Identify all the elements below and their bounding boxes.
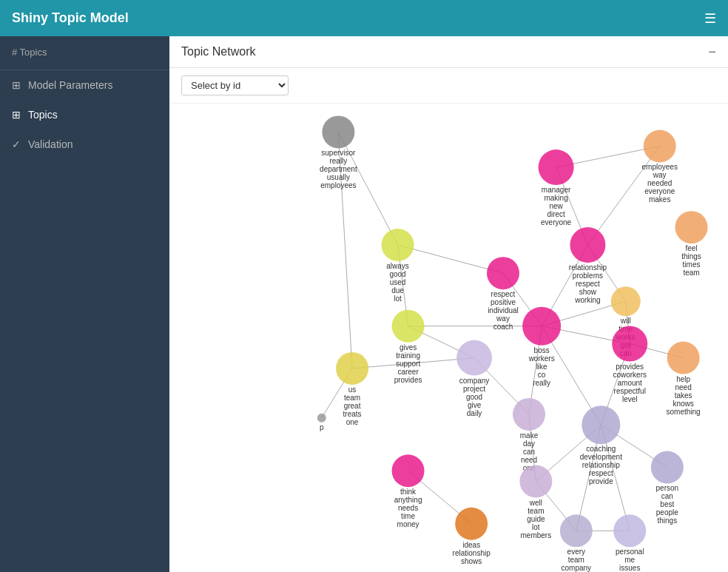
svg-text:company: company bbox=[459, 377, 490, 385]
svg-text:respect: respect bbox=[576, 280, 600, 288]
svg-point-131 bbox=[519, 465, 552, 498]
svg-text:best: best bbox=[660, 500, 674, 508]
svg-line-20 bbox=[352, 358, 474, 369]
svg-text:things: things bbox=[681, 252, 701, 260]
sidebar-nav: ⊞ Model Parameters ⊞ Topics ✓ Validation bbox=[0, 70, 169, 159]
sidebar-item-label: Model Parameters bbox=[28, 79, 112, 91]
svg-text:like: like bbox=[536, 363, 547, 371]
svg-text:us: us bbox=[348, 386, 357, 394]
main-content: Topic Network − Select by id supervisorr… bbox=[169, 36, 728, 572]
svg-text:way: way bbox=[653, 171, 667, 179]
network-svg: supervisorreallydepartmentusuallyemploye… bbox=[169, 104, 728, 572]
sidebar-item-label: Topics bbox=[28, 109, 58, 121]
svg-text:really: really bbox=[329, 157, 347, 165]
svg-text:need: need bbox=[675, 383, 691, 391]
svg-text:lot: lot bbox=[394, 295, 402, 303]
svg-text:will: will bbox=[620, 317, 631, 325]
svg-text:new: new bbox=[549, 202, 563, 210]
svg-text:individual: individual bbox=[488, 306, 519, 314]
topics-label: # Topics bbox=[12, 47, 158, 58]
svg-text:shows: shows bbox=[461, 557, 482, 565]
svg-point-137 bbox=[651, 451, 684, 483]
svg-point-77 bbox=[392, 310, 425, 343]
svg-text:every: every bbox=[567, 548, 585, 556]
svg-point-42 bbox=[644, 129, 676, 162]
svg-text:boss: boss bbox=[534, 346, 550, 354]
svg-text:something: something bbox=[667, 408, 701, 416]
panel-title: Topic Network bbox=[181, 45, 255, 58]
svg-point-89 bbox=[612, 326, 647, 362]
svg-point-71 bbox=[611, 286, 641, 316]
svg-text:knows: knows bbox=[673, 400, 693, 408]
svg-text:used: used bbox=[390, 278, 406, 286]
svg-text:team: team bbox=[344, 394, 360, 402]
svg-text:guide: guide bbox=[527, 515, 545, 523]
svg-text:usually: usually bbox=[327, 173, 350, 181]
network-canvas: supervisorreallydepartmentusuallyemploye… bbox=[169, 104, 728, 572]
svg-text:makes: makes bbox=[649, 195, 670, 203]
svg-text:level: level bbox=[622, 395, 638, 403]
svg-text:making: making bbox=[544, 194, 567, 202]
sidebar-item-validation[interactable]: ✓ Validation bbox=[0, 129, 169, 159]
sidebar-item-model-parameters[interactable]: ⊞ Model Parameters bbox=[0, 70, 169, 100]
svg-point-113 bbox=[513, 398, 545, 431]
svg-text:way: way bbox=[496, 314, 510, 323]
svg-text:people: people bbox=[656, 508, 678, 517]
svg-text:due: due bbox=[391, 286, 404, 295]
svg-text:needed: needed bbox=[647, 179, 672, 187]
grid2-icon: ⊞ bbox=[12, 109, 21, 121]
svg-text:respectful: respectful bbox=[614, 387, 646, 395]
sidebar: # Topics ⊞ Model Parameters ⊞ Topics ✓ V… bbox=[0, 36, 169, 572]
panel-header: Topic Network − bbox=[169, 36, 728, 68]
svg-text:respect: respect bbox=[491, 290, 516, 298]
svg-text:issues: issues bbox=[619, 564, 640, 572]
sidebar-item-label: Validation bbox=[28, 138, 73, 150]
svg-text:needs: needs bbox=[398, 504, 418, 512]
panel-toolbar: Select by id bbox=[169, 68, 728, 104]
svg-text:need: need bbox=[521, 456, 537, 464]
svg-text:team: team bbox=[568, 556, 584, 564]
svg-text:lot: lot bbox=[532, 523, 540, 531]
svg-text:team: team bbox=[683, 269, 699, 277]
svg-text:project: project bbox=[463, 385, 485, 393]
svg-text:make: make bbox=[520, 431, 539, 440]
svg-text:everyone: everyone bbox=[541, 218, 572, 226]
svg-text:money: money bbox=[397, 520, 419, 528]
svg-text:feel: feel bbox=[685, 244, 697, 252]
svg-text:relationship: relationship bbox=[582, 461, 621, 469]
svg-text:really: really bbox=[533, 379, 550, 387]
svg-text:members: members bbox=[521, 531, 552, 539]
topics-section: # Topics bbox=[0, 36, 169, 70]
menu-icon[interactable]: ☰ bbox=[704, 10, 716, 27]
svg-point-157 bbox=[317, 414, 326, 423]
topic-network-panel: Topic Network − Select by id supervisorr… bbox=[169, 36, 728, 572]
svg-text:workers: workers bbox=[528, 354, 555, 363]
svg-text:team: team bbox=[528, 507, 544, 515]
topic-select[interactable]: Select by id bbox=[181, 75, 289, 95]
svg-text:good: good bbox=[389, 270, 405, 278]
svg-point-101 bbox=[336, 352, 368, 385]
app-title: Shiny Topic Model bbox=[12, 10, 704, 26]
svg-text:employees: employees bbox=[642, 163, 678, 171]
svg-point-36 bbox=[539, 149, 574, 185]
svg-point-65 bbox=[487, 257, 519, 289]
svg-text:direct: direct bbox=[547, 210, 565, 218]
svg-point-48 bbox=[382, 229, 414, 261]
svg-text:day: day bbox=[523, 440, 535, 448]
svg-text:great: great bbox=[344, 402, 361, 410]
sidebar-item-topics[interactable]: ⊞ Topics bbox=[0, 100, 169, 129]
svg-text:time: time bbox=[401, 512, 415, 520]
check-icon: ✓ bbox=[12, 138, 21, 150]
svg-text:takes: takes bbox=[675, 391, 692, 400]
grid-icon: ⊞ bbox=[12, 79, 21, 91]
svg-text:everyone: everyone bbox=[644, 187, 675, 195]
svg-point-143 bbox=[455, 508, 488, 540]
svg-point-95 bbox=[667, 342, 700, 374]
svg-text:times: times bbox=[683, 260, 701, 269]
svg-text:working: working bbox=[574, 296, 600, 304]
svg-text:treats: treats bbox=[343, 410, 362, 418]
svg-text:company: company bbox=[562, 564, 592, 572]
minimize-button[interactable]: − bbox=[708, 45, 716, 58]
svg-line-4 bbox=[587, 146, 659, 245]
svg-text:p: p bbox=[320, 423, 324, 431]
